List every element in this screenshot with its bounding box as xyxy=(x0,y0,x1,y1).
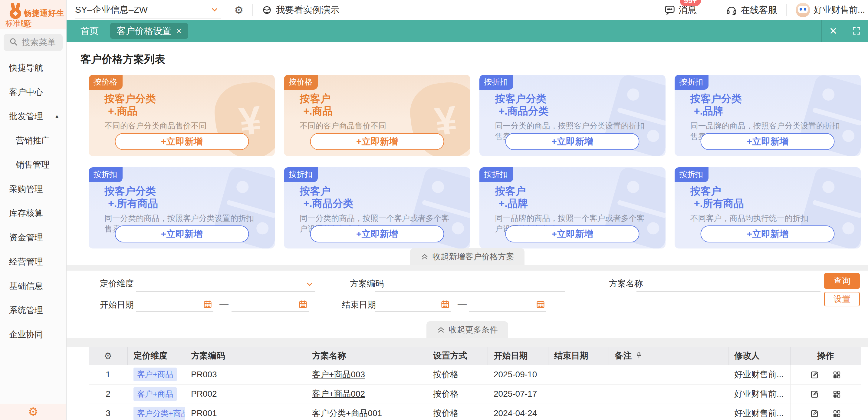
settings-button[interactable]: 设置 xyxy=(824,292,860,306)
plan-card-customer-product: ¥ 按价格 按客户 +.商品 不同的客户商品售价不同 +立即新增 xyxy=(284,75,470,156)
table-row[interactable]: 1 客户+商品 PR003 客户+商品003 按价格 2025-09-10 好业… xyxy=(89,365,861,384)
double-chevron-up-icon xyxy=(421,252,429,261)
chevron-down-icon xyxy=(305,280,314,289)
sidebar-item-inventory[interactable]: 库存核算 xyxy=(0,201,66,225)
sidebar-item-collaboration[interactable]: 企业协同 xyxy=(0,323,66,347)
start-date-label: 开始日期 xyxy=(100,299,134,311)
sidebar-item-system[interactable]: 系统管理 xyxy=(0,298,66,323)
brand-header: 畅捷通好生意 标准版 xyxy=(0,0,66,29)
tab-close-icon[interactable]: × xyxy=(176,26,182,35)
close-all-tabs-button[interactable]: × xyxy=(822,20,845,42)
plan-card-customer-class-brand: 按折扣 按客户分类 +.品牌 同一品牌的商品，按照客户分类设置的折扣售卖 +立即… xyxy=(675,75,861,156)
edit-icon[interactable] xyxy=(810,409,819,418)
sidebar-item-sales[interactable]: 销售管理 xyxy=(0,153,66,177)
search-icon xyxy=(9,37,18,48)
calendar-icon xyxy=(441,300,450,309)
sidebar-item-base-info[interactable]: 基础信息 xyxy=(0,274,66,298)
user-avatar xyxy=(796,3,810,17)
table-row[interactable]: 3 客户分类+商品 PR001 客户分类+商品001 按价格 2024-04-2… xyxy=(89,403,861,420)
sidebar-item-purchase[interactable]: 采购管理 xyxy=(0,177,66,201)
close-icon: × xyxy=(830,25,837,37)
collapse-more-conditions-button[interactable]: 收起更多条件 xyxy=(427,321,508,338)
topbar: SY–企业信息–ZW ⚙ 我要看实例演示 消息 xyxy=(67,0,868,20)
add-now-button[interactable]: +立即新增 xyxy=(701,133,835,150)
pricing-dimension-label: 定价维度 xyxy=(100,278,134,289)
add-now-button[interactable]: +立即新增 xyxy=(115,133,249,150)
col-plan-name: 方案名称 xyxy=(306,347,427,365)
panel-gap xyxy=(67,265,868,271)
add-now-button[interactable]: +立即新增 xyxy=(505,225,640,243)
divider xyxy=(786,4,786,16)
pricing-dimension-select[interactable] xyxy=(136,276,315,292)
topbar-right: 消息 99+ 在线客服 好业财售 xyxy=(664,3,865,17)
more-actions-grid-icon[interactable] xyxy=(832,390,841,399)
col-modifier: 修改人 xyxy=(728,347,790,365)
add-now-button[interactable]: +立即新增 xyxy=(310,225,444,243)
org-selector-dropdown[interactable]: SY–企业信息–ZW xyxy=(75,1,221,19)
price-plan-panel: 客户价格方案列表 ¥ 按价格 按客户分类 +.商品 不同的客户分类商品售价不同 … xyxy=(67,42,868,265)
more-actions-grid-icon[interactable] xyxy=(832,370,841,380)
plan-table: ⚙ 定价维度 方案编码 方案名称 设置方式 开始日期 结束日期 备注 xyxy=(89,347,861,420)
card-tag: 按价格 xyxy=(89,75,123,90)
demo-link[interactable]: 我要看实例演示 xyxy=(262,4,339,17)
sidebar-item-wholesale[interactable]: 批发管理 ▲ xyxy=(0,104,66,129)
plan-name-link[interactable]: 客户+商品002 xyxy=(312,389,365,398)
edit-icon[interactable] xyxy=(810,390,819,399)
edit-icon[interactable] xyxy=(810,370,819,380)
sidebar-item-funds[interactable]: 资金管理 xyxy=(0,225,66,250)
more-actions-grid-icon[interactable] xyxy=(832,409,841,418)
sidebar-item-marketing[interactable]: 营销推广 xyxy=(0,129,66,153)
tab-customer-price-settings[interactable]: 客户价格设置 × xyxy=(110,23,188,39)
plan-name-input[interactable] xyxy=(637,276,820,292)
plan-name-link[interactable]: 客户+商品003 xyxy=(312,370,365,379)
sidebar-item-customer-center[interactable]: 客户中心 xyxy=(0,80,66,104)
end-date-label: 结束日期 xyxy=(342,299,376,311)
collapse-plans-button[interactable]: 收起新增客户价格方案 xyxy=(410,248,525,265)
calendar-icon xyxy=(203,300,212,309)
card-tag: 按折扣 xyxy=(479,167,513,182)
table-row[interactable]: 2 客户+商品 PR002 客户+商品002 按价格 2025-07-17 好业… xyxy=(89,384,861,403)
add-now-button[interactable]: +立即新增 xyxy=(505,133,640,150)
add-now-button[interactable]: +立即新增 xyxy=(310,133,444,150)
plan-card-customer-class-product-class: 按折扣 按客户分类 +.商品分类 同一分类的商品，按照客户分类设置的折扣售卖 +… xyxy=(479,75,665,156)
plan-code-input[interactable] xyxy=(375,276,565,292)
chevron-down-icon xyxy=(210,5,219,14)
gear-icon[interactable]: ⚙ xyxy=(234,5,243,15)
add-now-button[interactable]: +立即新增 xyxy=(115,225,249,243)
card-tag: 按折扣 xyxy=(675,167,709,182)
plan-name-link[interactable]: 客户分类+商品001 xyxy=(312,409,382,418)
settings-gear-icon[interactable]: ⚙ xyxy=(28,406,38,418)
menu-search-input[interactable]: 搜索菜单 xyxy=(4,34,63,51)
card-tag: 按价格 xyxy=(284,75,318,90)
col-end-date: 结束日期 xyxy=(548,347,609,365)
user-menu[interactable]: 好业财售前... xyxy=(796,3,865,17)
card-tag: 按折扣 xyxy=(89,167,123,182)
messages-button[interactable]: 消息 99+ xyxy=(664,4,697,17)
add-now-button[interactable]: +立即新增 xyxy=(701,225,835,243)
divider xyxy=(252,4,253,16)
logo-icon xyxy=(9,2,22,21)
tab-home[interactable]: 首页 xyxy=(81,25,99,37)
plan-card-customer-class-product: ¥ 按价格 按客户分类 +.商品 不同的客户分类商品售价不同 +立即新增 xyxy=(89,75,275,156)
brand-name: 畅捷通好生意 xyxy=(24,8,66,29)
card-title: 按客户分类 +.品牌 xyxy=(690,92,861,118)
end-date-to-input[interactable] xyxy=(469,296,546,312)
calendar-icon xyxy=(299,300,308,309)
card-title: 按客户 +.商品 xyxy=(300,92,470,118)
sidebar-menu: 快捷导航 客户中心 批发管理 ▲ 营销推广 销售管理 采购管理 库存核算 资金管… xyxy=(0,56,66,347)
fullscreen-button[interactable] xyxy=(845,20,868,42)
plan-card-customer-product-class: 按折扣 按客户 +.商品分类 同一分类的商品，按照一个客户或者多个客户设置的折扣… xyxy=(284,167,470,249)
end-date-from-input[interactable] xyxy=(375,296,451,312)
column-settings-gear-icon[interactable]: ⚙ xyxy=(104,351,112,361)
start-date-to-input[interactable] xyxy=(231,296,309,312)
card-description: 不同的客户商品售价不同 xyxy=(300,121,452,131)
card-title: 按客户 +.品牌 xyxy=(495,185,665,210)
card-description: 不同客户，商品均执行统一的折扣 xyxy=(690,213,843,224)
start-date-from-input[interactable] xyxy=(136,296,213,312)
sidebar-item-quick-nav[interactable]: 快捷导航 xyxy=(0,56,66,80)
sidebar-item-operations[interactable]: 经营管理 xyxy=(0,250,66,274)
query-button[interactable]: 查询 xyxy=(824,273,860,289)
date-range-separator: — xyxy=(219,299,228,309)
online-support-button[interactable]: 在线客服 xyxy=(726,4,777,17)
pin-icon[interactable] xyxy=(635,352,643,360)
